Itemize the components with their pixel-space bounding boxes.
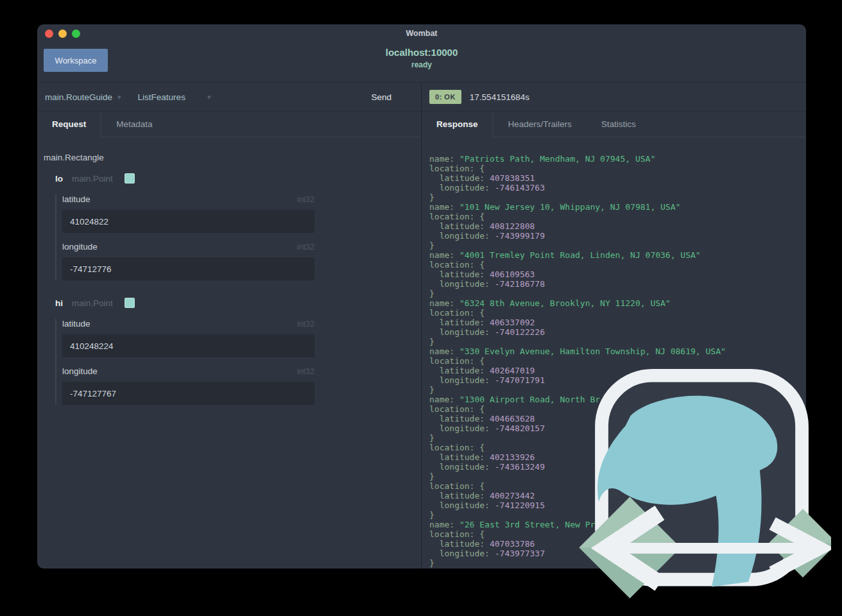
response-line: } [429,337,806,346]
response-tabbar: Response Headers/Trailers Statistics [422,112,806,137]
tabbar-filler [651,112,806,137]
group-type: main.Point [72,298,113,308]
field-type: int32 [297,367,314,376]
request-form: main.Rectangle lo main.Point latitude in… [37,137,421,569]
response-line: name: "330 Evelyn Avenue, Hamilton Towns… [429,346,806,356]
field-type: int32 [297,320,314,329]
field-label: longitude [62,366,98,376]
group-name: hi [55,298,63,308]
response-line: location: { [429,260,806,270]
zoom-window-icon[interactable] [72,30,80,38]
longitude-input[interactable] [62,257,314,280]
response-line: longitude: -743999179 [429,231,806,241]
response-line: name: "Patriots Path, Mendham, NJ 07945,… [429,154,806,164]
field-label: latitude [62,319,90,329]
group-enabled-checkbox[interactable] [125,298,135,308]
group-header: lo main.Point [55,171,421,185]
call-duration: 17.554151684s [470,92,529,102]
response-status-bar: 0: OK 17.554151684s [422,83,806,112]
response-line: } [429,193,806,202]
response-line: latitude: 406109563 [429,270,806,279]
method-bar: main.RouteGuide ▾ ListFeatures ▾ Send [37,83,421,112]
response-line: longitude: -742186778 [429,279,806,289]
response-line: latitude: 408122808 [429,221,806,231]
group-name: lo [55,174,63,184]
field-group-lo: lo main.Point latitude int32 longitude i… [55,171,421,280]
desktop: { "window": { "title": "Wombat" }, "head… [0,0,842,616]
latitude-input[interactable] [62,334,314,357]
response-line: location: { [429,308,806,318]
field-type: int32 [297,243,314,252]
chevron-down-icon[interactable]: ▾ [207,93,211,101]
tabbar-filler [168,112,421,137]
server-status: localhost:10000 ready [37,47,806,70]
tab-statistics[interactable]: Statistics [587,112,651,137]
tab-metadata[interactable]: Metadata [101,112,167,137]
field-label: longitude [62,242,98,252]
app-header: Workspace localhost:10000 ready [37,42,806,82]
chevron-down-icon[interactable]: ▾ [117,93,121,101]
response-line: location: { [429,212,806,221]
window-controls [45,30,80,38]
response-line: longitude: -740122226 [429,327,806,337]
group-header: hi main.Point [55,296,421,310]
group-type: main.Point [72,174,113,184]
tab-headers-trailers[interactable]: Headers/Trailers [494,112,587,137]
field-group-hi: hi main.Point latitude int32 longitude i… [55,296,421,405]
send-button[interactable]: Send [367,92,395,103]
field-label-row: longitude int32 [62,242,314,252]
response-line: longitude: -746143763 [429,183,806,193]
server-host: localhost:10000 [37,47,806,59]
field-label-row: latitude int32 [62,194,314,204]
field-label-row: longitude int32 [62,366,314,376]
close-window-icon[interactable] [45,30,53,38]
field-label: latitude [62,194,90,204]
group-body: latitude int32 longitude int32 [55,194,421,280]
latitude-input[interactable] [62,210,314,233]
group-body: latitude int32 longitude int32 [55,319,421,405]
group-enabled-checkbox[interactable] [125,173,135,184]
service-select[interactable]: main.RouteGuide [45,92,112,102]
message-type-label: main.Rectangle [44,153,421,162]
method-select[interactable]: ListFeatures [138,92,185,102]
tab-request[interactable]: Request [37,112,101,137]
field-label-row: latitude int32 [62,319,314,329]
window-title: Wombat [406,29,437,38]
field-type: int32 [297,195,314,204]
response-line: location: { [429,164,806,173]
response-line: name: "4001 Tremley Point Road, Linden, … [429,250,806,260]
longitude-input[interactable] [62,382,314,405]
titlebar: Wombat [37,24,806,42]
response-line: latitude: 407838351 [429,173,806,183]
request-column: main.RouteGuide ▾ ListFeatures ▾ Send Re… [37,83,422,569]
response-line: latitude: 406337092 [429,318,806,327]
response-line: name: "101 New Jersey 10, Whippany, NJ 0… [429,202,806,212]
response-line: name: "6324 8th Avenue, Brooklyn, NY 112… [429,298,806,308]
status-badge: 0: OK [429,90,461,104]
minimize-window-icon[interactable] [58,30,67,38]
wombat-logo [574,363,831,616]
request-tabbar: Request Metadata [37,112,421,137]
tab-response[interactable]: Response [422,112,494,137]
response-line: } [429,289,806,298]
server-ready-status: ready [37,60,806,70]
response-line: } [429,241,806,250]
